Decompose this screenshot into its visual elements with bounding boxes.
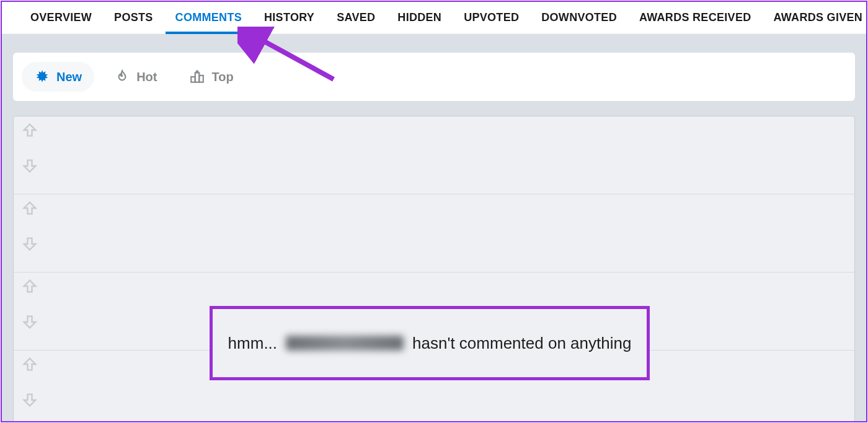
blurred-username [286,336,404,351]
upvote-icon[interactable] [21,121,38,139]
tab-awards-received[interactable]: AWARDS RECEIVED [628,2,763,33]
downvote-icon[interactable] [21,391,38,409]
upvote-icon[interactable] [21,199,38,217]
tab-saved[interactable]: SAVED [326,2,386,33]
upvote-icon[interactable] [21,355,38,373]
sort-label: Hot [136,70,157,84]
upvote-icon[interactable] [21,277,38,295]
downvote-icon[interactable] [21,157,38,175]
sort-bar: New Hot Top [13,53,855,101]
tab-awards-given[interactable]: AWARDS GIVEN [763,2,868,33]
tab-comments[interactable]: COMMENTS [164,2,253,33]
burst-icon [34,69,50,85]
svg-rect-2 [200,76,204,82]
empty-suffix: hasn't commented on anything [412,334,631,353]
tab-hidden[interactable]: HIDDEN [386,2,453,33]
sort-top[interactable]: Top [177,62,246,92]
empty-prefix: hmm... [228,334,277,353]
profile-tab-bar: OVERVIEW POSTS COMMENTS HISTORY SAVED HI… [2,2,866,34]
downvote-icon[interactable] [21,235,38,253]
sort-new[interactable]: New [22,62,94,92]
app-frame: OVERVIEW POSTS COMMENTS HISTORY SAVED HI… [1,1,867,422]
tab-history[interactable]: HISTORY [253,2,326,33]
placeholder-row [14,116,854,194]
svg-rect-1 [192,77,196,82]
tab-upvoted[interactable]: UPVOTED [453,2,530,33]
empty-state-message: hmm... hasn't commented on anything [210,306,650,380]
tab-downvoted[interactable]: DOWNVOTED [530,2,628,33]
podium-icon [189,69,205,85]
sort-hot[interactable]: Hot [102,62,169,92]
tab-posts[interactable]: POSTS [103,2,164,33]
sort-label: New [56,70,82,84]
flame-icon [114,69,130,85]
sort-label: Top [211,70,233,84]
empty-list-container: hmm... hasn't commented on anything [13,116,855,422]
placeholder-row [14,194,854,273]
tab-overview[interactable]: OVERVIEW [19,2,103,33]
downvote-icon[interactable] [21,313,38,331]
